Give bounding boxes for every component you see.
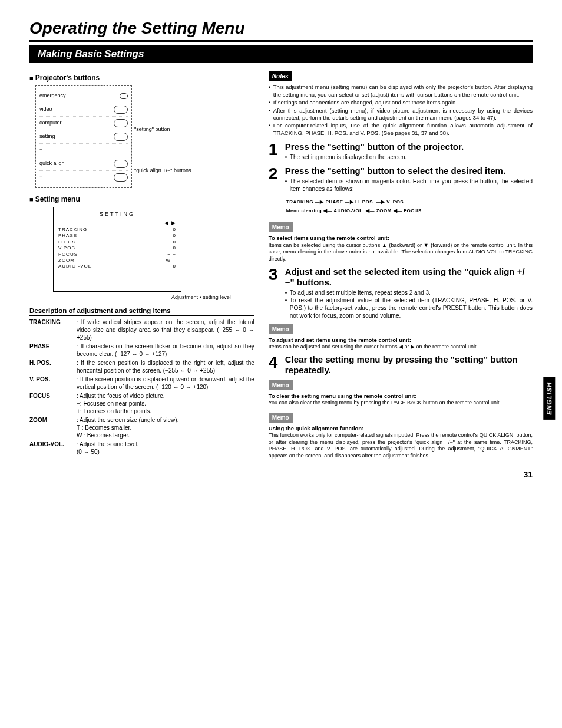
memo-badge-1: Memo (269, 222, 293, 232)
section-heading-bar: Making Basic Settings (29, 45, 533, 63)
label-quick-align-button: "quick align +/−" buttons (134, 167, 191, 174)
memo-2-heading: To select items using the remote control… (269, 235, 533, 242)
menu-row-vpos: V.POS. (58, 245, 77, 251)
step-1-title: Press the "setting" button of the projec… (285, 141, 533, 152)
language-tab: ENGLISH (543, 377, 555, 420)
btn-setting: setting (39, 133, 55, 140)
selection-flow-diagram: TRACKING —▶ PHASE —▶ H. POS. —▶ V. POS. … (285, 194, 533, 219)
step-2-title: Press the "setting" button to select the… (285, 166, 533, 176)
step-3-number: 3 (269, 266, 280, 321)
page-number: 31 (269, 469, 533, 480)
term-phase: PHASE (29, 342, 77, 358)
term-hpos: H. POS. (29, 359, 77, 374)
menu-caption: Adjustment • setting level (29, 294, 231, 301)
memo-badge-2: Memo (269, 324, 293, 334)
notes-badge: Notes (269, 71, 292, 81)
term-focus: FOCUS (29, 392, 77, 415)
menu-row-focus: FOCUS (58, 252, 78, 258)
page-title: Operating the Setting Menu (29, 18, 533, 42)
setting-menu-heading: Setting menu (29, 195, 254, 205)
menu-box-title: SETTING (58, 211, 176, 218)
step-3-title: Adjust and set the selected item using t… (285, 266, 533, 288)
menu-row-tracking: TRACKING (58, 227, 87, 233)
step-1-bullet: The setting menu is displayed on the scr… (285, 153, 533, 161)
memo-3-heading: To adjust and set items using the remote… (269, 337, 533, 344)
memo-5-heading: Using the quick alignment function: (269, 425, 533, 432)
memo-badge-3: Memo (269, 380, 293, 390)
memo-5-body: This function works only for computer-re… (269, 432, 533, 459)
btn-quick-align: quick align (39, 160, 65, 167)
btn-minus: − (39, 174, 42, 181)
memo-3-body: Items can be adjusted and set using the … (269, 344, 478, 350)
menu-row-zoom: ZOOM (58, 258, 75, 263)
memo-4-heading: To clear the setting menu using the remo… (269, 393, 533, 400)
term-tracking: TRACKING (29, 318, 77, 341)
term-audio: AUDIO-VOL. (29, 440, 77, 456)
step-3-bullet-1: To adjust and set multiple items, repeat… (285, 289, 533, 297)
memo-badge-4: Memo (269, 413, 293, 423)
term-zoom: ZOOM (29, 416, 77, 439)
step-4-title: Clear the setting menu by pressing the "… (285, 354, 533, 375)
label-setting-button: "setting" button (134, 126, 191, 133)
memo-2-body: Items can be selected using the cursor b… (269, 242, 533, 262)
menu-row-hpos: H.POS. (58, 239, 78, 245)
description-table: TRACKINGIf wide vertical stripes appear … (29, 318, 254, 456)
menu-row-phase: PHASE (58, 233, 77, 239)
setting-menu-diagram: SETTING ◀ ▶ TRACKING0 PHASE0 H.POS.0 V.P… (53, 207, 181, 292)
step-1-number: 1 (269, 141, 280, 162)
step-2-number: 2 (269, 166, 280, 219)
description-heading: Description of adjustment and setting it… (29, 307, 254, 316)
step-4-number: 4 (269, 354, 280, 377)
menu-row-audio: AUDIO -VOL. (58, 263, 93, 269)
menu-arrows: ◀ ▶ (58, 220, 176, 227)
projector-buttons-heading: Projector's buttons (29, 74, 254, 83)
btn-emergency: emergency (39, 93, 66, 100)
btn-computer: computer (39, 120, 62, 127)
step-2-bullet: The selected item is shown in magenta co… (285, 177, 533, 193)
memo-4-body: You can also clear the setting menu by p… (269, 400, 501, 406)
btn-video: video (39, 106, 52, 113)
step-3-bullet-2: To reset the adjustment value of the sel… (285, 297, 533, 319)
btn-plus: + (39, 147, 42, 154)
notes-list: This adjustment menu (setting menu) can … (269, 84, 533, 136)
projector-buttons-diagram: emergency video computer setting + quick… (35, 85, 132, 188)
term-vpos: V. POS. (29, 375, 77, 391)
